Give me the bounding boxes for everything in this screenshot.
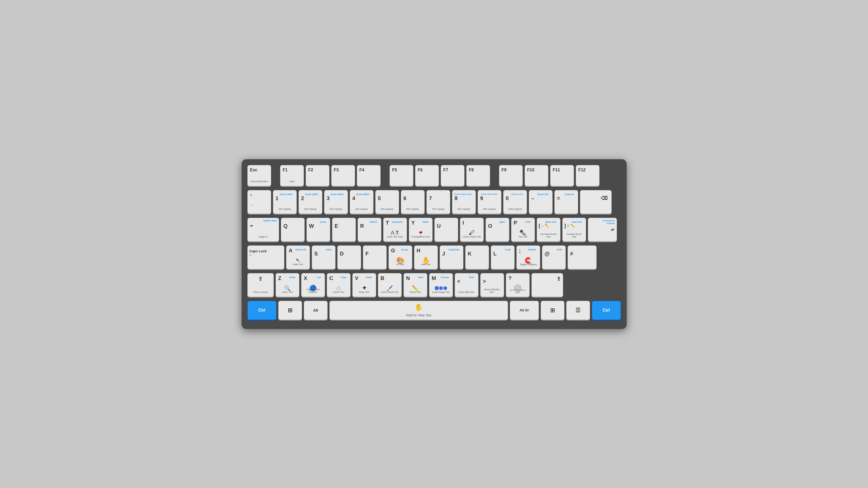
key-i[interactable]: I 🖊 Colour Picker Tool: [460, 218, 484, 241]
key-8-sub: 80% Opacity: [454, 208, 474, 210]
key-v-sub: Move Tool: [354, 291, 374, 293]
key-label-f4: F4: [359, 167, 378, 172]
key-f12[interactable]: F12: [576, 165, 599, 186]
key-v[interactable]: Paste V ✦ Move Tool: [352, 273, 376, 297]
key-g-top: Group: [401, 248, 408, 251]
key-f2[interactable]: F2: [306, 165, 330, 186]
key-n[interactable]: New N ✏️ Pencil Tool: [404, 273, 427, 297]
key-backtick[interactable]: ¬ ` |: [247, 190, 271, 214]
key-shift-right[interactable]: ⇧: [531, 273, 563, 297]
key-f4[interactable]: F4: [357, 165, 380, 186]
key-t[interactable]: Character T A T Cycle Text Tools: [383, 218, 407, 241]
key-sub-esc: Cancel Operation: [249, 180, 269, 183]
key-ctrl-right[interactable]: Ctrl: [592, 301, 621, 320]
key-e[interactable]: E: [332, 218, 356, 241]
key-gt[interactable]: > Reset Selection Box: [480, 273, 504, 297]
key-f8[interactable]: F8: [466, 165, 490, 186]
key-ctrl-left[interactable]: Ctrl: [247, 301, 276, 320]
key-bracket-open[interactable]: Back One [ – ✏️ Decrease Brush Size: [537, 218, 560, 241]
key-f3[interactable]: F3: [331, 165, 355, 186]
key-y[interactable]: Redo Y 🍷 Transparency Tool: [409, 218, 433, 241]
key-semi-sub: Toggle Snapping: [519, 263, 538, 266]
key-hash[interactable]: #: [567, 246, 597, 269]
key-0[interactable]: Zoom to Fit 0 100% Opacity: [503, 190, 527, 214]
key-tab[interactable]: Switch View ⇥ Toggle UI: [247, 218, 279, 241]
key-x-top: Cut: [317, 276, 321, 279]
key-minus[interactable]: Zoom Out –: [529, 190, 553, 214]
key-a-sub: Node Tool: [288, 263, 308, 266]
key-capslock[interactable]: Caps Lock A: [247, 246, 284, 269]
key-q[interactable]: Q: [281, 218, 305, 241]
win-left-icon: ⊞: [288, 307, 292, 314]
text-cursor-icon: T: [395, 230, 399, 235]
key-a[interactable]: Select All A ↖ Node Tool: [286, 246, 310, 269]
gap2: [382, 165, 388, 186]
key-j[interactable]: Duplicate J: [440, 246, 463, 269]
key-win-right[interactable]: ⊞: [541, 301, 564, 320]
key-ctrl-left-label: Ctrl: [258, 308, 266, 313]
key-f1[interactable]: F1 Help: [280, 165, 304, 186]
key-f11[interactable]: F11: [550, 165, 574, 186]
key-question[interactable]: ? ⊘ Set Fill / Stroke to None: [506, 273, 530, 297]
key-backspace[interactable]: ⌫: [580, 190, 612, 214]
key-8[interactable]: Zoom Actual Size 8 80% Opacity: [452, 190, 476, 214]
key-enter[interactable]: Convert toCurves ↵: [588, 218, 617, 241]
key-label-f11: F11: [552, 167, 572, 172]
asdf-row: Caps Lock A Select All A ↖ Node Tool Sav…: [247, 246, 621, 269]
key-f5[interactable]: F5: [390, 165, 413, 186]
key-shift-left[interactable]: ⇧ Clip to Canvas: [247, 273, 274, 297]
key-lt-top: Pref.: [469, 276, 474, 279]
key-s[interactable]: Save S: [312, 246, 336, 269]
key-r-top: Rulers: [370, 221, 377, 223]
key-2[interactable]: Zoom 200% 2 20% Opacity: [299, 190, 322, 214]
key-9[interactable]: Zoom Pixel Size 9 90% Opacity: [478, 190, 501, 214]
fn-row: Esc Cancel Operation F1 Help F2 F3 F4: [247, 165, 621, 186]
shape-sq-icon: [435, 286, 439, 290]
key-menu[interactable]: ☰: [566, 301, 590, 320]
key-f9[interactable]: F9: [499, 165, 523, 186]
key-equals[interactable]: Zoom In =: [554, 190, 578, 214]
key-j-top: Duplicate: [448, 248, 460, 251]
key-semicolon[interactable]: Guides ; 🧲 Toggle Snapping: [517, 246, 540, 269]
key-h[interactable]: H ✋ View Tool: [414, 246, 438, 269]
key-space[interactable]: ✋ Hold for View Tool: [330, 301, 508, 320]
key-esc[interactable]: Esc Cancel Operation: [247, 165, 271, 186]
key-alt-left[interactable]: Alt: [304, 301, 328, 320]
key-z[interactable]: Undo Z 🔍 Zoom Tool: [276, 273, 299, 297]
pen-icon: ✒️: [519, 229, 526, 236]
key-altgr[interactable]: Alt Gr: [510, 301, 539, 320]
key-o[interactable]: Open O: [486, 218, 509, 241]
brush-icon: 🖌️: [386, 285, 393, 291]
key-at[interactable]: Grid @: [542, 246, 566, 269]
key-4[interactable]: Zoom 800% 4 40% Opacity: [350, 190, 373, 214]
key-6[interactable]: 6 60% Opacity: [401, 190, 425, 214]
key-5[interactable]: 5 50% Opacity: [375, 190, 399, 214]
key-u[interactable]: U: [434, 218, 458, 241]
key-f10[interactable]: F10: [525, 165, 548, 186]
zxcv-row: ⇧ Clip to Canvas Undo Z 🔍 Zoom Tool Cut …: [247, 273, 621, 297]
key-x[interactable]: Cut X 🔵 Toggle Active Selector: [301, 273, 325, 297]
key-bracket-close[interactable]: Fwd One ] + ✏️ Increase Brush Size: [562, 218, 586, 241]
key-1[interactable]: Zoom 100% 1 10% Opacity: [273, 190, 297, 214]
key-r[interactable]: Rulers R: [358, 218, 381, 241]
key-s-top: Save: [326, 248, 331, 251]
key-p[interactable]: Print P ✒️ Pen Tool: [511, 218, 535, 241]
key-f[interactable]: F: [363, 246, 386, 269]
key-3[interactable]: Zoom 400% 3 30% Opacity: [324, 190, 348, 214]
key-semi-top: Guides: [528, 248, 536, 251]
key-f6[interactable]: F6: [415, 165, 439, 186]
key-k[interactable]: K: [465, 246, 489, 269]
key-c[interactable]: Copy C ◇ Corner Tool: [327, 273, 350, 297]
key-g[interactable]: Group G 🎨 Fill Tool: [389, 246, 412, 269]
key-b[interactable]: B 🖌️ Vector Brush Tool: [378, 273, 402, 297]
key-m[interactable]: Curves M Cycle Shape Tool: [429, 273, 453, 297]
key-win-left[interactable]: ⊞: [278, 301, 302, 320]
key-l[interactable]: Lock L: [491, 246, 515, 269]
key-w[interactable]: Close W: [307, 218, 330, 241]
key-lt[interactable]: Pref. < Cycle Split View: [455, 273, 478, 297]
key-f7[interactable]: F7: [441, 165, 464, 186]
key-label-esc: Esc: [249, 167, 269, 172]
key-space-sub: Hold for View Tool: [406, 314, 431, 317]
key-d[interactable]: D: [337, 246, 361, 269]
key-7[interactable]: 7 70% Opacity: [427, 190, 450, 214]
